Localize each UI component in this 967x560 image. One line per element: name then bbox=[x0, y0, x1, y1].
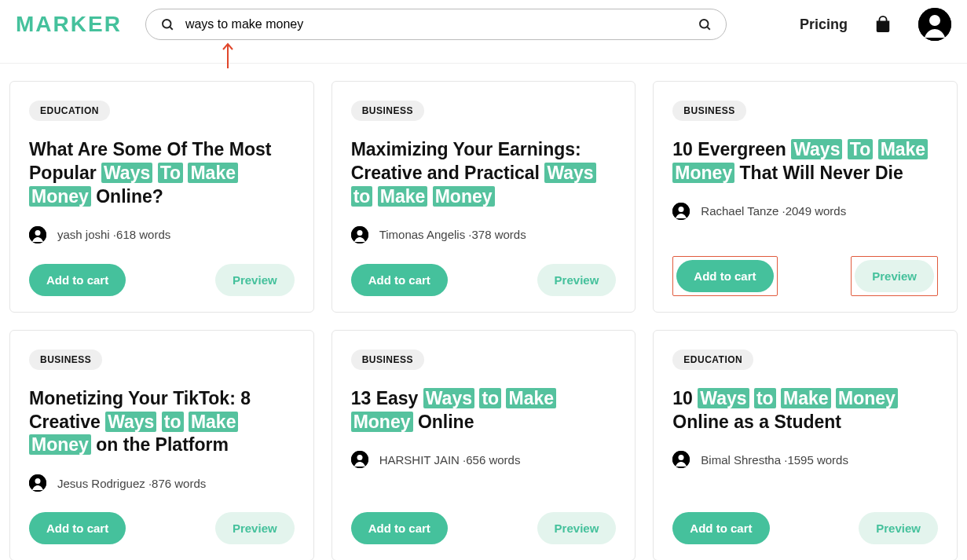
author-row: yash joshi ·618 words bbox=[29, 226, 295, 243]
card-actions: Add to cartPreview bbox=[672, 512, 938, 544]
word-count: 1595 words bbox=[787, 453, 848, 467]
author-name: Jesus Rodriguez bbox=[57, 477, 145, 490]
svg-point-2 bbox=[700, 20, 709, 28]
author-avatar-icon bbox=[672, 203, 690, 220]
card-actions: Add to cartPreview bbox=[672, 256, 938, 296]
card-title[interactable]: What Are Some Of The Most Popular Ways T… bbox=[29, 138, 295, 209]
search-bar[interactable] bbox=[145, 9, 727, 40]
search-input[interactable] bbox=[185, 17, 687, 31]
category-badge: EDUCATION bbox=[29, 101, 110, 121]
svg-point-18 bbox=[679, 455, 684, 460]
svg-point-16 bbox=[357, 455, 362, 460]
pricing-link[interactable]: Pricing bbox=[800, 16, 848, 33]
author-name: Rachael Tanze bbox=[701, 204, 778, 218]
author-avatar-icon bbox=[351, 451, 368, 468]
category-badge: BUSINESS bbox=[351, 350, 424, 370]
preview-button[interactable]: Preview bbox=[537, 512, 617, 544]
author-row: Bimal Shrestha ·1595 words bbox=[672, 451, 938, 468]
category-badge: EDUCATION bbox=[672, 350, 753, 370]
word-count: 378 words bbox=[472, 228, 526, 241]
preview-button[interactable]: Preview bbox=[537, 264, 617, 296]
add-to-cart-button[interactable]: Add to cart bbox=[676, 260, 773, 292]
category-badge: BUSINESS bbox=[672, 101, 745, 121]
word-count: 2049 words bbox=[786, 204, 847, 218]
preview-button[interactable]: Preview bbox=[215, 512, 295, 544]
word-count: 876 words bbox=[152, 477, 206, 490]
preview-button[interactable]: Preview bbox=[215, 264, 295, 296]
svg-point-0 bbox=[163, 20, 171, 28]
add-to-cart-button[interactable]: Add to cart bbox=[351, 512, 448, 544]
card-title[interactable]: 10 Evergreen Ways To Make Money That Wil… bbox=[672, 138, 938, 185]
result-card: BUSINESSMonetizing Your TikTok: 8 Creati… bbox=[9, 330, 314, 560]
author-name: Bimal Shrestha bbox=[701, 453, 781, 467]
author-name: yash joshi bbox=[57, 228, 110, 241]
word-count: 656 words bbox=[466, 453, 520, 467]
add-to-cart-button[interactable]: Add to cart bbox=[672, 512, 769, 544]
search-icon bbox=[160, 17, 174, 31]
author-row: Jesus Rodriguez ·876 words bbox=[29, 474, 295, 492]
card-title[interactable]: Monetizing Your TikTok: 8 Creative Ways … bbox=[29, 387, 295, 458]
author-row: Rachael Tanze ·2049 words bbox=[672, 203, 938, 220]
svg-line-3 bbox=[707, 27, 709, 29]
search-submit-icon[interactable] bbox=[698, 17, 712, 31]
user-avatar-icon[interactable] bbox=[918, 8, 951, 41]
category-badge: BUSINESS bbox=[29, 350, 102, 370]
author-avatar-icon bbox=[672, 451, 690, 468]
card-title[interactable]: 13 Easy Ways to Make Money Online bbox=[351, 387, 617, 434]
author-avatar-icon bbox=[29, 226, 46, 243]
author-avatar-icon bbox=[351, 226, 368, 243]
author-name: HARSHIT JAIN bbox=[379, 453, 460, 467]
result-card: EDUCATION10 Ways to Make Money Online as… bbox=[653, 330, 958, 560]
add-to-cart-button[interactable]: Add to cart bbox=[29, 512, 126, 544]
card-actions: Add to cartPreview bbox=[29, 512, 295, 544]
author-name: Timonas Angelis bbox=[379, 228, 466, 241]
svg-line-1 bbox=[170, 27, 172, 29]
preview-button[interactable]: Preview bbox=[855, 260, 934, 292]
card-title[interactable]: 10 Ways to Make Money Online as a Studen… bbox=[672, 387, 938, 434]
brand-logo[interactable]: MARKER bbox=[16, 12, 122, 37]
results-grid: EDUCATIONWhat Are Some Of The Most Popul… bbox=[0, 64, 967, 560]
svg-point-12 bbox=[679, 207, 684, 212]
author-row: Timonas Angelis ·378 words bbox=[351, 226, 617, 243]
category-badge: BUSINESS bbox=[351, 101, 424, 121]
result-card: EDUCATIONWhat Are Some Of The Most Popul… bbox=[9, 81, 314, 313]
result-card: BUSINESS10 Evergreen Ways To Make Money … bbox=[653, 81, 958, 313]
card-actions: Add to cartPreview bbox=[351, 512, 617, 544]
result-card: BUSINESSMaximizing Your Earnings: Creati… bbox=[331, 81, 636, 313]
add-to-cart-button[interactable]: Add to cart bbox=[29, 264, 126, 296]
search-container bbox=[145, 9, 727, 40]
author-row: HARSHIT JAIN ·656 words bbox=[351, 451, 617, 468]
svg-point-14 bbox=[35, 478, 41, 484]
card-actions: Add to cartPreview bbox=[351, 264, 617, 296]
preview-button[interactable]: Preview bbox=[859, 512, 938, 544]
arrow-annotation-icon bbox=[220, 42, 236, 70]
word-count: 618 words bbox=[116, 228, 170, 241]
result-card: BUSINESS13 Easy Ways to Make Money Onlin… bbox=[331, 330, 636, 560]
nav-right: Pricing bbox=[800, 8, 951, 41]
svg-point-10 bbox=[357, 230, 362, 236]
svg-point-8 bbox=[35, 230, 41, 236]
card-actions: Add to cartPreview bbox=[29, 264, 295, 296]
add-to-cart-button[interactable]: Add to cart bbox=[351, 264, 448, 296]
shopping-bag-icon[interactable] bbox=[874, 16, 892, 33]
header: MARKER Pricing bbox=[0, 0, 967, 49]
svg-point-6 bbox=[929, 15, 940, 26]
author-avatar-icon bbox=[29, 474, 46, 492]
card-title[interactable]: Maximizing Your Earnings: Creative and P… bbox=[351, 138, 617, 209]
